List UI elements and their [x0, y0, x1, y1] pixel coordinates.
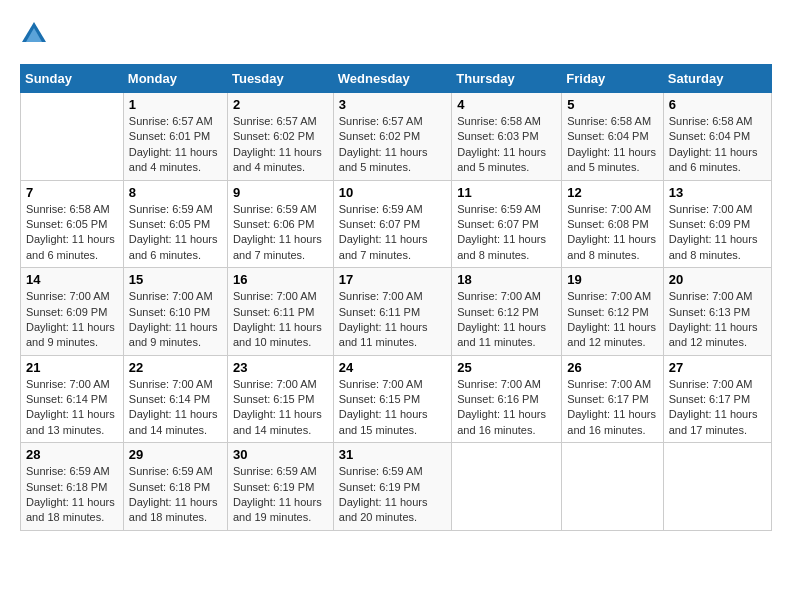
sunset-label: Sunset: 6:04 PM [669, 130, 750, 142]
day-number: 7 [26, 185, 118, 200]
sunrise-label: Sunrise: 6:57 AM [339, 115, 423, 127]
day-info: Sunrise: 7:00 AM Sunset: 6:13 PM Dayligh… [669, 289, 766, 351]
sunrise-label: Sunrise: 6:59 AM [129, 465, 213, 477]
sunset-label: Sunset: 6:19 PM [339, 481, 420, 493]
sunrise-label: Sunrise: 6:59 AM [339, 465, 423, 477]
sunset-label: Sunset: 6:16 PM [457, 393, 538, 405]
sunrise-label: Sunrise: 6:58 AM [669, 115, 753, 127]
daylight-label: Daylight: 11 hours and 6 minutes. [669, 146, 758, 173]
calendar-cell: 20 Sunrise: 7:00 AM Sunset: 6:13 PM Dayl… [663, 268, 771, 356]
daylight-label: Daylight: 11 hours and 11 minutes. [457, 321, 546, 348]
day-info: Sunrise: 6:57 AM Sunset: 6:02 PM Dayligh… [339, 114, 446, 176]
day-info: Sunrise: 6:59 AM Sunset: 6:06 PM Dayligh… [233, 202, 328, 264]
sunset-label: Sunset: 6:19 PM [233, 481, 314, 493]
daylight-label: Daylight: 11 hours and 5 minutes. [457, 146, 546, 173]
sunrise-label: Sunrise: 6:57 AM [129, 115, 213, 127]
sunset-label: Sunset: 6:14 PM [129, 393, 210, 405]
sunrise-label: Sunrise: 7:00 AM [567, 290, 651, 302]
daylight-label: Daylight: 11 hours and 17 minutes. [669, 408, 758, 435]
day-info: Sunrise: 6:59 AM Sunset: 6:05 PM Dayligh… [129, 202, 222, 264]
day-number: 11 [457, 185, 556, 200]
sunrise-label: Sunrise: 7:00 AM [457, 378, 541, 390]
daylight-label: Daylight: 11 hours and 9 minutes. [26, 321, 115, 348]
calendar-cell: 2 Sunrise: 6:57 AM Sunset: 6:02 PM Dayli… [227, 93, 333, 181]
sunrise-label: Sunrise: 7:00 AM [339, 378, 423, 390]
day-number: 10 [339, 185, 446, 200]
sunrise-label: Sunrise: 6:59 AM [457, 203, 541, 215]
daylight-label: Daylight: 11 hours and 8 minutes. [457, 233, 546, 260]
calendar-table: SundayMondayTuesdayWednesdayThursdayFrid… [20, 64, 772, 531]
day-number: 16 [233, 272, 328, 287]
calendar-week-row: 1 Sunrise: 6:57 AM Sunset: 6:01 PM Dayli… [21, 93, 772, 181]
sunrise-label: Sunrise: 7:00 AM [669, 203, 753, 215]
sunset-label: Sunset: 6:07 PM [457, 218, 538, 230]
calendar-week-row: 28 Sunrise: 6:59 AM Sunset: 6:18 PM Dayl… [21, 443, 772, 531]
day-info: Sunrise: 7:00 AM Sunset: 6:12 PM Dayligh… [567, 289, 657, 351]
daylight-label: Daylight: 11 hours and 11 minutes. [339, 321, 428, 348]
day-info: Sunrise: 7:00 AM Sunset: 6:11 PM Dayligh… [339, 289, 446, 351]
sunrise-label: Sunrise: 6:59 AM [339, 203, 423, 215]
daylight-label: Daylight: 11 hours and 12 minutes. [567, 321, 656, 348]
day-info: Sunrise: 6:58 AM Sunset: 6:04 PM Dayligh… [669, 114, 766, 176]
daylight-label: Daylight: 11 hours and 12 minutes. [669, 321, 758, 348]
day-number: 22 [129, 360, 222, 375]
calendar-cell: 24 Sunrise: 7:00 AM Sunset: 6:15 PM Dayl… [333, 355, 451, 443]
calendar-week-row: 21 Sunrise: 7:00 AM Sunset: 6:14 PM Dayl… [21, 355, 772, 443]
day-info: Sunrise: 7:00 AM Sunset: 6:12 PM Dayligh… [457, 289, 556, 351]
day-number: 21 [26, 360, 118, 375]
day-info: Sunrise: 7:00 AM Sunset: 6:09 PM Dayligh… [26, 289, 118, 351]
day-number: 31 [339, 447, 446, 462]
day-number: 29 [129, 447, 222, 462]
weekday-header-sunday: Sunday [21, 65, 124, 93]
day-number: 28 [26, 447, 118, 462]
daylight-label: Daylight: 11 hours and 6 minutes. [26, 233, 115, 260]
page-header [20, 20, 772, 48]
calendar-cell: 7 Sunrise: 6:58 AM Sunset: 6:05 PM Dayli… [21, 180, 124, 268]
sunrise-label: Sunrise: 7:00 AM [339, 290, 423, 302]
day-number: 3 [339, 97, 446, 112]
sunrise-label: Sunrise: 6:57 AM [233, 115, 317, 127]
weekday-header-tuesday: Tuesday [227, 65, 333, 93]
day-info: Sunrise: 6:57 AM Sunset: 6:01 PM Dayligh… [129, 114, 222, 176]
daylight-label: Daylight: 11 hours and 16 minutes. [567, 408, 656, 435]
calendar-cell [21, 93, 124, 181]
sunset-label: Sunset: 6:10 PM [129, 306, 210, 318]
sunset-label: Sunset: 6:01 PM [129, 130, 210, 142]
calendar-cell: 18 Sunrise: 7:00 AM Sunset: 6:12 PM Dayl… [452, 268, 562, 356]
weekday-header-monday: Monday [123, 65, 227, 93]
sunset-label: Sunset: 6:09 PM [26, 306, 107, 318]
sunset-label: Sunset: 6:02 PM [233, 130, 314, 142]
day-number: 4 [457, 97, 556, 112]
day-info: Sunrise: 6:58 AM Sunset: 6:03 PM Dayligh… [457, 114, 556, 176]
weekday-header-saturday: Saturday [663, 65, 771, 93]
calendar-cell: 30 Sunrise: 6:59 AM Sunset: 6:19 PM Dayl… [227, 443, 333, 531]
day-info: Sunrise: 7:00 AM Sunset: 6:17 PM Dayligh… [669, 377, 766, 439]
day-info: Sunrise: 7:00 AM Sunset: 6:11 PM Dayligh… [233, 289, 328, 351]
calendar-cell [663, 443, 771, 531]
sunrise-label: Sunrise: 7:00 AM [669, 378, 753, 390]
day-info: Sunrise: 6:59 AM Sunset: 6:07 PM Dayligh… [457, 202, 556, 264]
day-number: 20 [669, 272, 766, 287]
day-number: 18 [457, 272, 556, 287]
sunrise-label: Sunrise: 7:00 AM [233, 290, 317, 302]
calendar-cell: 5 Sunrise: 6:58 AM Sunset: 6:04 PM Dayli… [562, 93, 663, 181]
day-info: Sunrise: 7:00 AM Sunset: 6:15 PM Dayligh… [339, 377, 446, 439]
calendar-cell: 14 Sunrise: 7:00 AM Sunset: 6:09 PM Dayl… [21, 268, 124, 356]
daylight-label: Daylight: 11 hours and 15 minutes. [339, 408, 428, 435]
calendar-cell: 9 Sunrise: 6:59 AM Sunset: 6:06 PM Dayli… [227, 180, 333, 268]
daylight-label: Daylight: 11 hours and 13 minutes. [26, 408, 115, 435]
daylight-label: Daylight: 11 hours and 16 minutes. [457, 408, 546, 435]
day-number: 13 [669, 185, 766, 200]
calendar-cell: 6 Sunrise: 6:58 AM Sunset: 6:04 PM Dayli… [663, 93, 771, 181]
calendar-cell: 12 Sunrise: 7:00 AM Sunset: 6:08 PM Dayl… [562, 180, 663, 268]
sunrise-label: Sunrise: 6:58 AM [26, 203, 110, 215]
sunset-label: Sunset: 6:03 PM [457, 130, 538, 142]
day-info: Sunrise: 7:00 AM Sunset: 6:15 PM Dayligh… [233, 377, 328, 439]
daylight-label: Daylight: 11 hours and 9 minutes. [129, 321, 218, 348]
day-info: Sunrise: 7:00 AM Sunset: 6:14 PM Dayligh… [129, 377, 222, 439]
sunrise-label: Sunrise: 6:59 AM [233, 203, 317, 215]
calendar-week-row: 7 Sunrise: 6:58 AM Sunset: 6:05 PM Dayli… [21, 180, 772, 268]
day-number: 27 [669, 360, 766, 375]
calendar-cell: 4 Sunrise: 6:58 AM Sunset: 6:03 PM Dayli… [452, 93, 562, 181]
day-info: Sunrise: 7:00 AM Sunset: 6:14 PM Dayligh… [26, 377, 118, 439]
